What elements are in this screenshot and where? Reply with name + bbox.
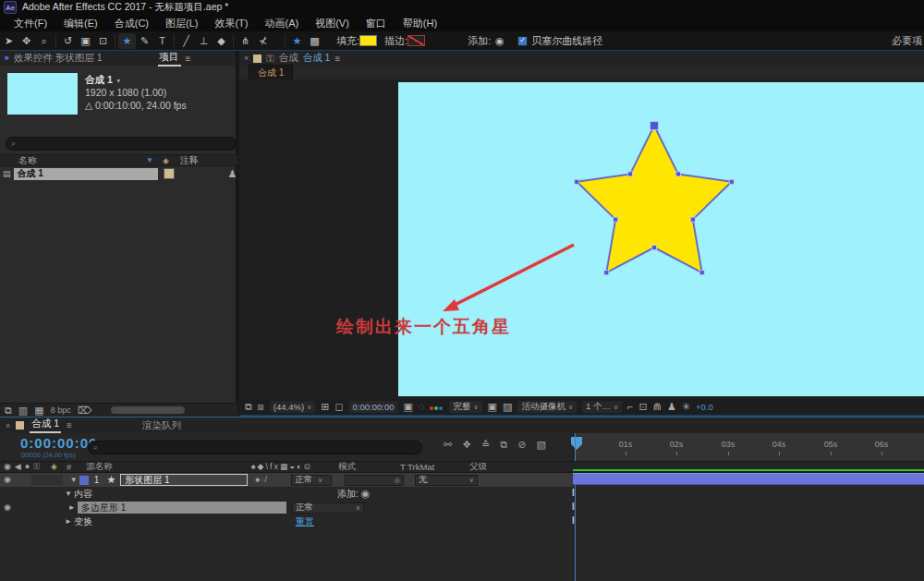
rotation-tool-icon[interactable]: ↺ — [59, 33, 77, 49]
show-channel-icon[interactable] — [430, 402, 444, 412]
composition-mini-flowchart-icon[interactable]: ⚯ — [444, 439, 452, 451]
eye-icon[interactable]: ◉ — [4, 503, 11, 512]
mask-mode-icon[interactable]: ▩ — [306, 33, 323, 49]
close-icon[interactable]: × — [244, 54, 249, 63]
new-folder-icon[interactable]: ▥ — [18, 405, 28, 416]
twirl-closed-icon[interactable]: ► — [65, 517, 74, 526]
col-parent[interactable]: 父级 — [469, 461, 487, 473]
graph-editor-icon[interactable]: ▧ — [536, 439, 545, 451]
panel-menu-icon[interactable]: ≡ — [334, 54, 340, 64]
pen-tool-icon[interactable]: ✎ — [136, 33, 153, 49]
stroke-color-swatch[interactable] — [407, 35, 425, 46]
col-comment-label[interactable]: 注释 — [180, 154, 199, 167]
camera-dropdown[interactable]: 活动摄像机∨ — [517, 401, 577, 413]
fast-previews-icon[interactable]: ⊡ — [639, 402, 648, 412]
lock-icon[interactable]: ⚿ — [266, 54, 274, 64]
motion-blur-icon[interactable]: ⧉ — [500, 439, 507, 451]
polystar-row[interactable]: ◉ ► 多边星形 1 正常∨ — [0, 501, 573, 514]
menu-composition[interactable]: 合成(C) — [106, 15, 157, 32]
star-shape[interactable] — [577, 126, 731, 272]
panel-menu-icon[interactable]: ≡ — [186, 54, 191, 64]
time-ruler[interactable]: 01s 02s 03s 04s 05s 06s — [573, 433, 924, 461]
col-mode[interactable]: 模式 — [338, 461, 356, 473]
lock-icon[interactable]: ⚿ — [33, 463, 40, 471]
bezier-path-checkbox[interactable]: ✓ — [517, 36, 528, 46]
contents-row[interactable]: ▼ 内容 添加: ◉ — [0, 487, 573, 501]
menu-file[interactable]: 文件(F) — [6, 15, 55, 32]
shy-layers-icon[interactable]: ❖ — [462, 439, 471, 451]
menu-edit[interactable]: 编辑(E) — [55, 15, 106, 32]
puppet-pin-tool-icon[interactable]: ⊀ — [254, 33, 272, 49]
project-search-input[interactable] — [19, 139, 231, 149]
layer-row-shape-layer[interactable]: ◉ ▼ 1 ★ 形状图层 1 ♠◌/ 正常∨ ◎ 无∨ — [0, 473, 573, 487]
roto-brush-tool-icon[interactable]: ⋔ — [237, 33, 254, 49]
brush-tool-icon[interactable]: ╱ — [177, 33, 195, 49]
shape-tool-icon[interactable]: ★ — [118, 33, 136, 49]
playhead-line[interactable] — [575, 433, 576, 581]
viewer-timecode[interactable]: 0:00:00:00 — [349, 401, 398, 413]
trash-icon[interactable]: ⌦ — [78, 405, 92, 416]
layer-label-swatch[interactable] — [79, 476, 89, 485]
twirl-open-icon[interactable]: ▼ — [65, 490, 74, 498]
region-of-interest-icon[interactable]: ▣ — [488, 402, 497, 412]
label-color-icon[interactable]: ◈ — [163, 156, 169, 165]
project-row-name[interactable]: 合成 1 — [14, 168, 158, 180]
tab-effect-controls[interactable]: 效果控件 形状图层 1 — [14, 52, 103, 65]
twirl-closed-icon[interactable]: ► — [68, 503, 78, 512]
grid-options-icon[interactable]: ⊞ — [321, 402, 329, 412]
eraser-tool-icon[interactable]: ◆ — [213, 33, 230, 49]
eye-icon[interactable]: ◉ — [4, 476, 11, 484]
transform-label[interactable]: 变换 — [74, 515, 92, 528]
panel-menu-icon[interactable]: ≡ — [67, 420, 72, 430]
col-source-name[interactable]: 源名称 — [86, 461, 113, 473]
tab-render-queue[interactable]: 渲染队列 — [142, 419, 181, 432]
hand-tool-icon[interactable]: ✥ — [18, 33, 35, 49]
bpc-label[interactable]: 8 bpc — [51, 405, 71, 415]
menu-animation[interactable]: 动画(A) — [257, 15, 308, 32]
label-swatch[interactable] — [164, 168, 175, 179]
fill-color-swatch[interactable] — [359, 35, 377, 46]
brainstorm-icon[interactable]: ⊘ — [517, 439, 526, 451]
pan-behind-tool-icon[interactable]: ⊡ — [94, 33, 112, 49]
frame-blending-icon[interactable]: ≙ — [481, 439, 490, 451]
col-name-label[interactable]: 名称 — [18, 154, 37, 167]
menu-view[interactable]: 视图(V) — [307, 15, 358, 32]
polystar-mode-dropdown[interactable]: 正常∨ — [292, 502, 364, 514]
parent-dropdown[interactable]: 无∨ — [415, 475, 478, 486]
close-icon[interactable]: × — [6, 421, 10, 430]
snapshot-icon[interactable]: ▣ — [404, 402, 413, 412]
layer-quality-icons[interactable]: ♠◌/ — [255, 476, 267, 484]
chevron-down-icon[interactable]: ▼ — [116, 78, 122, 84]
layer-mode-dropdown[interactable]: 正常∨ — [291, 475, 332, 486]
new-composition-icon[interactable]: ▦ — [34, 405, 43, 416]
eye-icon[interactable]: ◉ — [4, 463, 11, 471]
mask-visibility-icon[interactable]: ◻ — [334, 402, 343, 412]
type-tool-icon[interactable]: T — [153, 33, 171, 49]
project-search[interactable]: ⌕ — [6, 137, 237, 151]
timeline-search-input[interactable] — [102, 442, 417, 453]
label-color-icon[interactable]: ◈ — [51, 463, 57, 471]
col-trkmat[interactable]: T TrkMat — [400, 462, 434, 472]
exposure-reset-icon[interactable]: ✳ — [682, 402, 690, 412]
timeline-button-icon[interactable]: ⋒ — [653, 402, 662, 412]
layer-name-field[interactable]: 形状图层 1 — [120, 474, 248, 486]
twirl-open-icon[interactable]: ▼ — [70, 476, 79, 484]
tab-comp1[interactable]: 合成 1 — [30, 418, 61, 433]
comp-breadcrumb-tab[interactable]: 合成 1 — [249, 65, 293, 81]
view-layout-dropdown[interactable]: 1 个…∨ — [582, 401, 622, 413]
menu-window[interactable]: 窗口 — [358, 15, 395, 32]
tab-project[interactable]: 项目 — [158, 51, 181, 67]
sort-arrow-icon[interactable]: ▼ — [146, 156, 153, 164]
footer-scrollbar[interactable] — [111, 406, 185, 414]
transform-row[interactable]: ► 变换 重置 — [0, 514, 573, 528]
pixel-aspect-icon[interactable]: ⌐ — [627, 402, 633, 412]
flowchart-icon[interactable]: ♟ — [667, 402, 676, 412]
camera-tool-icon[interactable]: ▣ — [77, 33, 94, 49]
layer-switch-cells[interactable] — [31, 475, 63, 485]
zoom-tool-icon[interactable]: ⌕ — [35, 33, 53, 49]
transparency-grid-icon[interactable]: ▨ — [503, 402, 512, 412]
contents-label[interactable]: 内容 — [74, 488, 92, 501]
viewport[interactable]: 绘制出来一个五角星 — [239, 79, 924, 399]
menu-layer[interactable]: 图层(L) — [157, 15, 206, 32]
resolution-dropdown[interactable]: 完整∨ — [449, 401, 481, 413]
